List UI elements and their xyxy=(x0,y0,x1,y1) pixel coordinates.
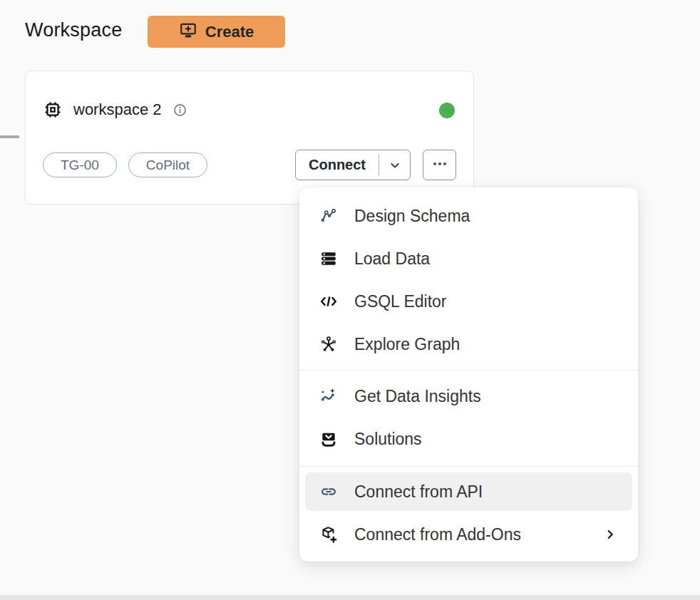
design-schema-icon xyxy=(319,207,338,225)
left-edge-dash xyxy=(0,135,19,138)
menu-item-solutions[interactable]: Solutions xyxy=(299,418,638,460)
create-button[interactable]: Create xyxy=(148,16,285,48)
info-icon[interactable] xyxy=(173,103,187,118)
workspace-context-menu: Design Schema Load Data xyxy=(299,187,638,562)
insights-icon xyxy=(319,387,338,405)
chevron-down-icon[interactable] xyxy=(379,150,410,180)
cpu-chip-icon xyxy=(43,100,63,120)
menu-item-label: Connect from Add-Ons xyxy=(354,525,521,544)
workspace-title-row: workspace 2 xyxy=(43,100,187,120)
load-data-icon xyxy=(319,249,338,268)
menu-divider xyxy=(299,370,638,371)
explore-graph-icon xyxy=(319,335,338,353)
workspace-action-row: TG-00 CoPilot Connect xyxy=(43,150,456,180)
page-title: Workspace xyxy=(25,19,122,41)
ellipsis-icon xyxy=(431,155,448,175)
chevron-right-icon xyxy=(602,527,618,542)
connect-button[interactable]: Connect xyxy=(295,150,411,180)
create-monitor-plus-icon xyxy=(179,21,197,43)
more-options-button[interactable] xyxy=(423,150,456,180)
menu-item-label: Get Data Insights xyxy=(354,387,481,406)
menu-item-load-data[interactable]: Load Data xyxy=(299,237,638,280)
menu-item-explore-graph[interactable]: Explore Graph xyxy=(299,323,638,366)
create-button-label: Create xyxy=(205,23,254,41)
menu-item-gsql-editor[interactable]: GSQL Editor xyxy=(299,280,638,323)
package-plus-icon xyxy=(319,525,338,544)
menu-item-label: Solutions xyxy=(354,430,422,449)
workspace-name: workspace 2 xyxy=(73,100,162,119)
solutions-icon xyxy=(319,430,338,448)
menu-divider xyxy=(299,466,638,467)
tag-list: TG-00 CoPilot xyxy=(43,152,207,177)
menu-item-label: Connect from API xyxy=(354,482,483,502)
code-icon xyxy=(319,292,338,311)
menu-item-label: Load Data xyxy=(354,249,430,269)
bottom-edge-strip xyxy=(0,595,700,600)
menu-item-design-schema[interactable]: Design Schema xyxy=(299,195,638,237)
tag-tg00: TG-00 xyxy=(43,152,117,177)
menu-item-get-data-insights[interactable]: Get Data Insights xyxy=(299,375,638,418)
workspace-card: workspace 2 TG-00 CoPilot Connect xyxy=(25,71,474,205)
menu-item-label: Explore Graph xyxy=(354,335,460,354)
tag-copilot: CoPilot xyxy=(128,152,207,177)
link-icon xyxy=(319,482,338,501)
status-dot xyxy=(439,103,455,118)
menu-item-connect-from-addons[interactable]: Connect from Add-Ons xyxy=(299,513,638,556)
menu-item-connect-from-api[interactable]: Connect from API xyxy=(305,472,632,511)
connect-button-label: Connect xyxy=(296,150,379,180)
menu-item-label: GSQL Editor xyxy=(354,292,447,311)
menu-item-label: Design Schema xyxy=(354,207,470,226)
